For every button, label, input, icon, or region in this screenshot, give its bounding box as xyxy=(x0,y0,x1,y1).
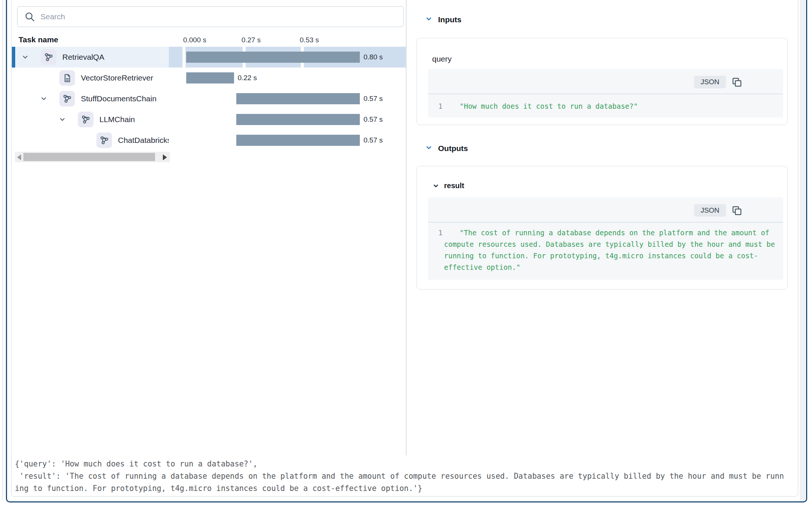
scrollbar-thumb[interactable] xyxy=(23,153,155,161)
json-format-badge[interactable]: JSON xyxy=(694,204,726,217)
duration-label: 0.57 s xyxy=(364,115,383,124)
chevron-down-icon[interactable] xyxy=(59,116,66,125)
task-name-label[interactable]: ChatDatabricks xyxy=(118,136,169,145)
trace-row-retrievalqa[interactable]: RetrievalQA0.80 s xyxy=(11,47,406,68)
outputs-card: result JSON 1 "The cost of running a dat… xyxy=(417,166,788,289)
input-field-name: query xyxy=(432,55,452,63)
cell-gutter-line xyxy=(2,0,3,500)
task-name-label[interactable]: LLMChain xyxy=(99,115,169,124)
inputs-title: Inputs xyxy=(438,15,461,24)
duration-bar[interactable] xyxy=(186,72,234,83)
chevron-down-icon[interactable] xyxy=(425,144,433,153)
chevron-down-icon[interactable] xyxy=(433,183,439,189)
selected-row-accent-bar xyxy=(12,47,15,68)
line-number: 1 xyxy=(434,102,443,110)
search-icon xyxy=(24,11,35,22)
task-name-label[interactable]: RetrievalQA xyxy=(62,53,169,62)
chain-icon xyxy=(96,132,112,148)
result-collapse-header[interactable]: result xyxy=(433,181,464,190)
line-number: 1 xyxy=(434,229,443,237)
time-axis-tick-label: 0.27 s xyxy=(227,36,275,44)
time-axis-tick-label: 0.000 s xyxy=(171,36,219,44)
chevron-down-icon[interactable] xyxy=(22,53,29,62)
search-input[interactable]: Search xyxy=(17,6,404,27)
duration-label: 0.22 s xyxy=(238,74,257,82)
trace-row-chatdatabricks[interactable]: ChatDatabricks0.57 s xyxy=(11,130,406,151)
trace-row-llmchain[interactable]: LLMChain0.57 s xyxy=(11,109,406,130)
chain-icon xyxy=(41,49,56,65)
chevron-down-icon[interactable] xyxy=(425,15,433,24)
output-field-name: result xyxy=(444,181,464,190)
output-result-line: compute resources used. Databases are ty… xyxy=(444,240,775,248)
search-placeholder: Search xyxy=(40,12,65,21)
chevron-down-icon[interactable] xyxy=(40,95,47,104)
timeline-gridline xyxy=(183,47,185,68)
chain-icon xyxy=(59,91,75,107)
duration-label: 0.80 s xyxy=(364,53,383,61)
inputs-card: query JSON 1 "How much does it cost to r… xyxy=(417,38,788,125)
raw-output-line: ing to function. For prototyping, t4g.mi… xyxy=(15,484,422,493)
raw-output-line: 'result': 'The cost of running a databas… xyxy=(15,472,784,481)
panel-divider xyxy=(406,0,407,455)
inputs-section-header[interactable]: Inputs xyxy=(425,15,461,24)
duration-bar[interactable] xyxy=(236,135,360,146)
chain-icon xyxy=(78,112,93,127)
duration-label: 0.57 s xyxy=(364,136,383,144)
task-name-label[interactable]: VectorStoreRetriever xyxy=(81,73,169,82)
copy-icon[interactable] xyxy=(731,76,742,88)
copy-icon[interactable] xyxy=(731,205,742,216)
input-query-value: "How much does it cost to run a database… xyxy=(460,102,638,110)
scroll-left-arrow-icon[interactable] xyxy=(17,154,21,160)
raw-output-line: {'query': 'How much does it cost to run … xyxy=(15,459,257,468)
output-result-line: effective option." xyxy=(444,263,520,271)
duration-bar[interactable] xyxy=(236,114,360,125)
duration-bar[interactable] xyxy=(186,52,360,63)
input-code-block: JSON 1 "How much does it cost to run a d… xyxy=(428,69,783,118)
trace-row-stuffdocumentschain[interactable]: StuffDocumentsChain0.57 s xyxy=(11,88,406,109)
timeline-horizontal-scrollbar[interactable] xyxy=(15,152,170,162)
outputs-section-header[interactable]: Outputs xyxy=(425,144,468,153)
output-result-line: running to function. For prototyping, t4… xyxy=(444,252,758,260)
scroll-right-arrow-icon[interactable] xyxy=(163,154,167,160)
outputs-title: Outputs xyxy=(438,144,468,153)
duration-label: 0.57 s xyxy=(364,95,383,103)
document-icon xyxy=(59,70,75,86)
output-code-block: JSON 1 "The cost of running a database d… xyxy=(428,197,783,280)
task-name-column-header: Task name xyxy=(19,35,58,44)
json-format-badge[interactable]: JSON xyxy=(694,76,726,88)
trace-row-vectorstoreretriever[interactable]: VectorStoreRetriever0.22 s xyxy=(11,68,406,88)
task-name-label[interactable]: StuffDocumentsChain xyxy=(81,94,169,103)
time-axis-tick-label: 0.53 s xyxy=(285,36,333,44)
code-divider xyxy=(428,94,783,94)
code-divider xyxy=(428,222,783,223)
duration-bar[interactable] xyxy=(236,93,360,104)
output-result-line: "The cost of running a database depends … xyxy=(460,229,769,237)
